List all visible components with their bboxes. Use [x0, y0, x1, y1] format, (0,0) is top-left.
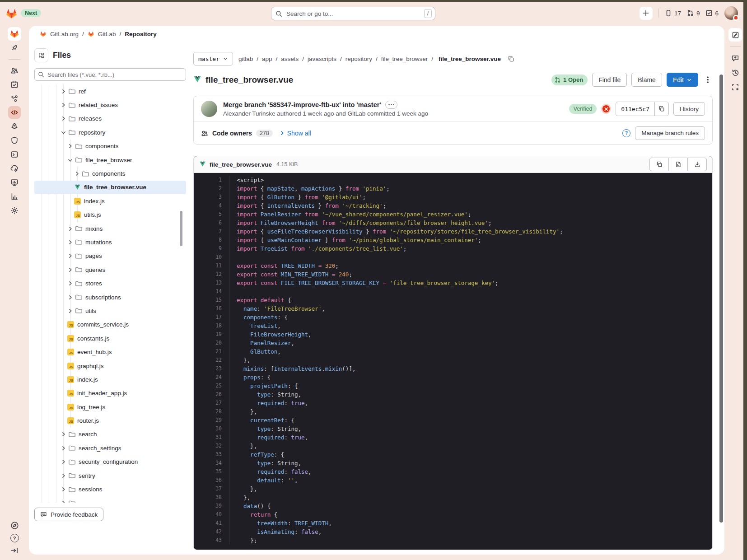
tree-item-utils[interactable]: utils [34, 304, 186, 317]
line-number[interactable]: 24 [194, 373, 229, 382]
line-number[interactable]: 17 [194, 313, 229, 322]
tree-item-queries[interactable]: queries [34, 263, 186, 276]
tree-item-pages[interactable]: pages [34, 249, 186, 263]
copy-sha-button[interactable] [654, 102, 668, 116]
line-number[interactable]: 6 [194, 219, 229, 227]
chevron-right-icon[interactable] [67, 143, 73, 149]
tree-item-repository[interactable]: repository [34, 126, 186, 139]
path-segment[interactable]: repository [345, 56, 372, 62]
tree-item-event_hub.js[interactable]: JSevent_hub.js [34, 345, 186, 359]
line-number[interactable]: 5 [194, 210, 229, 219]
line-number[interactable]: 23 [194, 364, 229, 373]
code-nav-icon[interactable] [8, 106, 21, 119]
download-button[interactable] [687, 158, 707, 171]
line-number[interactable]: 35 [194, 467, 229, 476]
tree-item-search[interactable]: search [34, 428, 186, 441]
chevron-right-icon[interactable] [61, 431, 66, 437]
file-search-input[interactable] [34, 68, 186, 81]
line-number[interactable]: 27 [194, 399, 229, 407]
tree-item-file_tree_browser.vue[interactable]: file_tree_browser.vue [34, 181, 186, 194]
commit-description-toggle[interactable] [385, 101, 397, 109]
chevron-right-icon[interactable] [67, 308, 73, 314]
path-segment[interactable]: file_tree_browser [381, 56, 428, 62]
line-number[interactable]: 10 [194, 253, 229, 261]
shield-icon[interactable] [8, 134, 21, 147]
copy-path-button[interactable] [506, 54, 515, 63]
file-tree-toggle-button[interactable] [34, 48, 48, 62]
chevron-right-icon[interactable] [67, 239, 73, 245]
search-input[interactable] [285, 10, 421, 18]
line-number[interactable]: 25 [194, 382, 229, 390]
path-segment[interactable]: app [262, 56, 272, 62]
main-scrollbar[interactable] [719, 75, 723, 523]
line-number[interactable]: 32 [194, 442, 229, 450]
line-number[interactable]: 40 [194, 510, 229, 519]
more-actions-kebab[interactable] [703, 73, 713, 87]
copy-contents-button[interactable] [649, 158, 669, 171]
chevron-right-icon[interactable] [61, 445, 66, 451]
line-number[interactable]: 33 [194, 450, 229, 459]
chevron-right-icon[interactable] [67, 267, 73, 273]
chevron-down-icon[interactable] [67, 157, 73, 163]
monitor-icon[interactable] [8, 176, 21, 189]
line-number[interactable]: 42 [194, 527, 229, 536]
groups-icon[interactable] [8, 64, 21, 77]
line-number[interactable]: 41 [194, 519, 229, 527]
line-number[interactable]: 37 [194, 485, 229, 493]
todos-counter[interactable]: 6 [705, 9, 719, 17]
collapse-sidebar-icon[interactable] [10, 546, 19, 555]
help-icon[interactable]: ? [10, 534, 19, 542]
global-search[interactable]: / [271, 7, 435, 20]
history-button[interactable]: History [673, 102, 705, 116]
chart-icon[interactable] [8, 190, 21, 203]
terminal-prompt-icon[interactable] [8, 148, 21, 161]
gitlab-logo[interactable] [5, 8, 18, 20]
chevron-right-icon[interactable] [67, 294, 73, 300]
history-icon[interactable] [729, 66, 742, 79]
chevron-down-icon[interactable] [61, 130, 66, 135]
chevron-right-icon[interactable] [61, 473, 66, 479]
line-number[interactable]: 2 [194, 184, 229, 193]
tree-item-log_tree.js[interactable]: JSlog_tree.js [34, 400, 186, 414]
path-segment[interactable]: assets [281, 56, 299, 62]
line-number[interactable]: 15 [194, 296, 229, 304]
line-number[interactable]: 3 [194, 193, 229, 201]
show-all-link[interactable]: Show all [287, 130, 311, 137]
chevron-right-icon[interactable] [61, 459, 66, 465]
explore-compass-icon[interactable] [10, 521, 19, 530]
commit-author-avatar[interactable] [201, 101, 217, 117]
tree-item-index.js[interactable]: JSindex.js [34, 373, 186, 386]
line-number[interactable]: 4 [194, 201, 229, 210]
chevron-right-icon[interactable] [61, 486, 66, 492]
chevron-right-icon[interactable] [67, 280, 73, 286]
tree-item-router.js[interactable]: JSrouter.js [34, 414, 186, 427]
file-tree-scrollbar[interactable] [180, 211, 182, 246]
tree-item-constants.js[interactable]: JSconstants.js [34, 331, 186, 345]
line-number[interactable]: 31 [194, 433, 229, 442]
open-mr-badge[interactable]: 1 Open [551, 75, 588, 85]
tree-item-mutations[interactable]: mutations [34, 235, 186, 249]
tree-item-releases[interactable]: releases [34, 112, 186, 126]
path-segment[interactable]: javascripts [308, 56, 336, 62]
help-question-icon[interactable]: ? [622, 129, 630, 137]
user-avatar[interactable] [724, 6, 738, 20]
breadcrumb-group[interactable]: GitLab.org [50, 31, 79, 37]
find-file-button[interactable]: Find file [592, 73, 627, 87]
tree-item-search_settings[interactable]: search_settings [34, 441, 186, 455]
comment-plus-icon[interactable] [729, 52, 742, 65]
line-number[interactable]: 22 [194, 356, 229, 364]
open-raw-button[interactable] [668, 158, 688, 171]
commit-title[interactable]: Merge branch '585347-improve-ftb-ux' int… [223, 101, 381, 108]
line-number[interactable]: 8 [194, 236, 229, 244]
line-number[interactable]: 12 [194, 270, 229, 279]
tanuki-home-button[interactable] [8, 27, 21, 41]
tree-item-sessions[interactable]: sessions [34, 482, 186, 496]
line-number[interactable]: 38 [194, 493, 229, 502]
line-number[interactable]: 21 [194, 347, 229, 356]
rocket-icon[interactable] [8, 120, 21, 133]
chevron-right-icon[interactable] [74, 171, 80, 177]
tree-item-utils.js[interactable]: JSutils.js [34, 208, 186, 222]
line-number[interactable]: 28 [194, 407, 229, 416]
cloud-gear-icon[interactable] [8, 162, 21, 175]
chevron-right-icon[interactable] [67, 226, 73, 232]
